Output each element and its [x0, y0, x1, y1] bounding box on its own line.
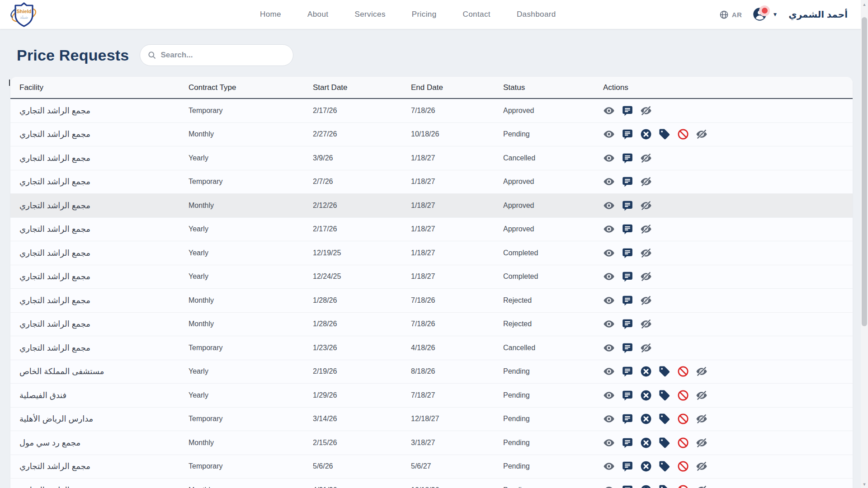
cancel-icon[interactable]: [640, 128, 652, 140]
language-switcher[interactable]: AR: [719, 10, 742, 19]
ban-icon[interactable]: [677, 366, 689, 377]
table-row[interactable]: مجمع رد سي مول Monthly 2/15/26 3/18/27 P…: [10, 431, 853, 455]
table-row[interactable]: مدارس الرياض الأهلية Temporary 3/14/26 1…: [10, 408, 853, 432]
table-row[interactable]: مجمع الراشد التجاري Monthly 2/27/26 10/1…: [10, 123, 853, 147]
hide-icon[interactable]: [696, 128, 708, 140]
comment-icon[interactable]: [622, 460, 633, 472]
cancel-icon[interactable]: [640, 389, 652, 401]
comment-icon[interactable]: [622, 366, 633, 377]
comment-icon[interactable]: [622, 295, 633, 306]
table-row[interactable]: مجمع الراشد التجاري Temporary 2/17/26 7/…: [10, 99, 853, 123]
hide-icon[interactable]: [640, 152, 652, 164]
comment-icon[interactable]: [622, 318, 633, 330]
tag-icon[interactable]: [659, 128, 670, 140]
view-icon[interactable]: [603, 247, 615, 259]
ban-icon[interactable]: [677, 484, 689, 488]
hide-icon[interactable]: [640, 271, 652, 282]
search-box[interactable]: [140, 44, 293, 66]
nav-link-services[interactable]: Services: [354, 10, 385, 19]
table-row[interactable]: مستشفى المملكة الخاص Yearly 2/19/26 8/18…: [10, 360, 853, 384]
ban-icon[interactable]: [677, 413, 689, 425]
view-icon[interactable]: [603, 223, 615, 235]
tag-icon[interactable]: [659, 437, 670, 449]
view-icon[interactable]: [603, 152, 615, 164]
cancel-icon[interactable]: [640, 413, 652, 425]
comment-icon[interactable]: [622, 176, 633, 188]
ban-icon[interactable]: [677, 460, 689, 472]
table-row[interactable]: مجمع الراشد التجاري Monthly 4/21/26 10/1…: [10, 479, 853, 488]
ban-icon[interactable]: [677, 437, 689, 449]
table-row[interactable]: فندق الفيصلية Yearly 1/29/26 7/18/27 Pen…: [10, 384, 853, 408]
tag-icon[interactable]: [659, 366, 670, 377]
scrollbar-thumb[interactable]: [862, 17, 867, 326]
table-row[interactable]: مجمع الراشد التجاري Yearly 3/9/26 1/18/2…: [10, 146, 853, 170]
nav-link-home[interactable]: Home: [260, 10, 281, 19]
comment-icon[interactable]: [622, 389, 633, 401]
comment-icon[interactable]: [622, 271, 633, 282]
table-row[interactable]: مجمع الراشد التجاري Monthly 1/28/26 7/18…: [10, 313, 853, 337]
view-icon[interactable]: [603, 176, 615, 188]
comment-icon[interactable]: [622, 105, 633, 117]
hide-icon[interactable]: [640, 318, 652, 330]
hide-icon[interactable]: [640, 295, 652, 306]
page-scrollbar[interactable]: ▲ ▼: [861, 0, 868, 488]
table-row[interactable]: مجمع الراشد التجاري Temporary 5/6/26 5/6…: [10, 455, 853, 479]
table-row[interactable]: مجمع الراشد التجاري Yearly 12/19/25 1/18…: [10, 241, 853, 265]
hide-icon[interactable]: [696, 413, 708, 425]
hide-icon[interactable]: [696, 460, 708, 472]
view-icon[interactable]: [603, 105, 615, 117]
search-input[interactable]: [160, 51, 286, 60]
ban-icon[interactable]: [677, 389, 689, 401]
nav-link-about[interactable]: About: [307, 10, 328, 19]
comment-icon[interactable]: [622, 200, 633, 211]
comment-icon[interactable]: [622, 437, 633, 449]
view-icon[interactable]: [603, 318, 615, 330]
view-icon[interactable]: [603, 200, 615, 211]
comment-icon[interactable]: [622, 484, 633, 488]
view-icon[interactable]: [603, 437, 615, 449]
tag-icon[interactable]: [659, 460, 670, 472]
view-icon[interactable]: [603, 366, 615, 377]
tag-icon[interactable]: [659, 484, 670, 488]
cancel-icon[interactable]: [640, 366, 652, 377]
hide-icon[interactable]: [696, 389, 708, 401]
comment-icon[interactable]: [622, 247, 633, 259]
hide-icon[interactable]: [640, 223, 652, 235]
table-row[interactable]: مجمع الراشد التجاري Yearly 2/17/26 1/18/…: [10, 218, 853, 242]
table-row[interactable]: مجمع الراشد التجاري Monthly 1/28/26 7/18…: [10, 289, 853, 313]
scrollbar-down-arrow[interactable]: ▼: [861, 482, 868, 487]
view-icon[interactable]: [603, 389, 615, 401]
table-row[interactable]: مجمع الراشد التجاري Temporary 2/7/26 1/1…: [10, 170, 853, 194]
nav-link-contact[interactable]: Contact: [463, 10, 491, 19]
hide-icon[interactable]: [640, 342, 652, 354]
comment-icon[interactable]: [622, 223, 633, 235]
nav-link-dashboard[interactable]: Dashboard: [517, 10, 556, 19]
view-icon[interactable]: [603, 413, 615, 425]
hide-icon[interactable]: [640, 200, 652, 211]
cancel-icon[interactable]: [640, 484, 652, 488]
hide-icon[interactable]: [640, 176, 652, 188]
user-menu[interactable]: ▼: [753, 7, 778, 22]
cancel-icon[interactable]: [640, 437, 652, 449]
hide-icon[interactable]: [640, 247, 652, 259]
tag-icon[interactable]: [659, 389, 670, 401]
view-icon[interactable]: [603, 342, 615, 354]
hide-icon[interactable]: [696, 437, 708, 449]
comment-icon[interactable]: [622, 342, 633, 354]
hide-icon[interactable]: [696, 366, 708, 377]
view-icon[interactable]: [603, 295, 615, 306]
hide-icon[interactable]: [696, 484, 708, 488]
table-row[interactable]: مجمع الراشد التجاري Monthly 2/12/26 1/18…: [10, 194, 853, 218]
table-row[interactable]: مجمع الراشد التجاري Temporary 1/23/26 4/…: [10, 336, 853, 360]
comment-icon[interactable]: [622, 413, 633, 425]
table-row[interactable]: مجمع الراشد التجاري Yearly 12/24/25 1/18…: [10, 265, 853, 289]
scrollbar-up-arrow[interactable]: ▲: [861, 2, 868, 7]
view-icon[interactable]: [603, 484, 615, 488]
tag-icon[interactable]: [659, 413, 670, 425]
hide-icon[interactable]: [640, 105, 652, 117]
ban-icon[interactable]: [677, 128, 689, 140]
comment-icon[interactable]: [622, 128, 633, 140]
comment-icon[interactable]: [622, 152, 633, 164]
view-icon[interactable]: [603, 460, 615, 472]
view-icon[interactable]: [603, 271, 615, 282]
